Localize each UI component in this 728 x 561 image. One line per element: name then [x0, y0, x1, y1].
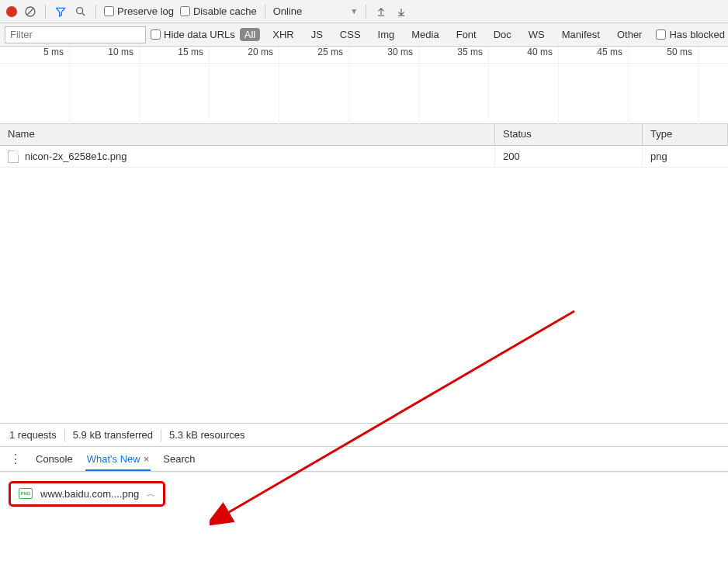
download-filename: www.baidu.com....png: [40, 488, 139, 500]
record-button[interactable]: [6, 6, 17, 17]
filter-media[interactable]: Media: [407, 28, 443, 41]
download-shelf: PNG www.baidu.com....png ︿: [0, 472, 728, 514]
filter-input[interactable]: [5, 26, 146, 43]
timeline-tick: 40 ms: [489, 47, 559, 63]
filter-icon[interactable]: [54, 5, 68, 19]
status-bar: 1 requests 5.9 kB transferred 5.3 kB res…: [0, 424, 728, 447]
search-icon[interactable]: [74, 5, 88, 19]
timeline-tick: 20 ms: [210, 47, 279, 63]
filter-xhr[interactable]: XHR: [268, 28, 298, 41]
tab-whats-new-label: What's New: [87, 453, 140, 465]
filter-manifest[interactable]: Manifest: [557, 28, 605, 41]
filter-js[interactable]: JS: [307, 28, 328, 41]
filter-other[interactable]: Other: [612, 28, 647, 41]
table-row[interactable]: nicon-2x_6258e1c.png 200 png: [0, 146, 728, 168]
chevron-up-icon[interactable]: ︿: [147, 488, 155, 500]
tab-search[interactable]: Search: [161, 448, 196, 469]
svg-line-1: [27, 9, 33, 15]
column-status[interactable]: Status: [495, 124, 643, 145]
preserve-log-checkbox[interactable]: Preserve log: [104, 5, 174, 17]
timeline-tick: 25 ms: [279, 47, 349, 63]
cell-status: 200: [495, 146, 643, 167]
cell-type: png: [643, 146, 728, 167]
separator: [45, 5, 46, 19]
filter-doc[interactable]: Doc: [489, 28, 516, 41]
filter-ws[interactable]: WS: [524, 28, 549, 41]
preserve-log-label: Preserve log: [117, 5, 174, 17]
request-name: nicon-2x_6258e1c.png: [25, 151, 127, 162]
filter-font[interactable]: Font: [452, 28, 481, 41]
disable-cache-checkbox[interactable]: Disable cache: [180, 5, 257, 17]
timeline-tick: 45 ms: [559, 47, 629, 63]
download-chip[interactable]: PNG www.baidu.com....png ︿: [9, 482, 165, 506]
upload-icon[interactable]: [374, 5, 388, 19]
timeline-overview[interactable]: 5 ms 10 ms 15 ms 20 ms 25 ms 30 ms 35 ms…: [0, 47, 728, 124]
separator: [161, 429, 161, 442]
separator: [95, 5, 96, 19]
chevron-down-icon: ▼: [350, 7, 358, 16]
status-transferred: 5.9 kB transferred: [73, 429, 153, 441]
timeline-tick: 50 ms: [629, 47, 699, 63]
filter-css[interactable]: CSS: [335, 28, 366, 41]
tab-whats-new[interactable]: What's New ×: [85, 448, 151, 471]
clear-icon[interactable]: [23, 5, 37, 19]
requests-table-body: nicon-2x_6258e1c.png 200 png: [0, 146, 728, 424]
network-toolbar: Preserve log Disable cache Online ▼: [0, 0, 728, 23]
hide-data-urls-label: Hide data URLs: [164, 29, 235, 40]
filter-all[interactable]: All: [240, 28, 260, 41]
download-icon[interactable]: [394, 5, 408, 19]
timeline-ticks: 5 ms 10 ms 15 ms 20 ms 25 ms 30 ms 35 ms…: [0, 47, 728, 64]
svg-point-2: [77, 7, 83, 13]
timeline-tick: 30 ms: [349, 47, 419, 63]
type-filter-group: All XHR JS CSS Img Media Font Doc WS Man…: [240, 28, 647, 41]
filter-img[interactable]: Img: [373, 28, 400, 41]
tab-console[interactable]: Console: [34, 448, 75, 469]
timeline-tick: 10 ms: [70, 47, 140, 63]
requests-table-header: Name Status Type: [0, 124, 728, 146]
column-type[interactable]: Type: [643, 124, 728, 145]
throttling-dropdown[interactable]: Online ▼: [273, 5, 358, 17]
kebab-menu-icon[interactable]: ⋮: [8, 452, 23, 466]
has-blocked-checkbox[interactable]: Has blocked: [656, 29, 725, 40]
separator: [265, 5, 265, 19]
file-icon: [8, 151, 19, 163]
separator: [366, 5, 366, 19]
has-blocked-label: Has blocked: [669, 29, 725, 40]
cell-name: nicon-2x_6258e1c.png: [0, 146, 495, 167]
close-icon[interactable]: ×: [144, 453, 150, 465]
status-resources: 5.3 kB resources: [169, 429, 245, 441]
column-name[interactable]: Name: [0, 124, 495, 145]
status-requests: 1 requests: [9, 429, 57, 441]
timeline-tick: 15 ms: [140, 47, 210, 63]
filter-bar: Hide data URLs All XHR JS CSS Img Media …: [0, 23, 728, 47]
svg-line-3: [82, 13, 85, 16]
png-file-icon: PNG: [19, 488, 33, 499]
timeline-tick: 35 ms: [419, 47, 489, 63]
disable-cache-label: Disable cache: [193, 5, 257, 17]
hide-data-urls-checkbox[interactable]: Hide data URLs: [151, 29, 235, 40]
timeline-tick: 5 ms: [0, 47, 70, 63]
separator: [64, 429, 65, 442]
throttling-label: Online: [273, 5, 303, 17]
drawer-tabs: ⋮ Console What's New × Search: [0, 447, 728, 472]
